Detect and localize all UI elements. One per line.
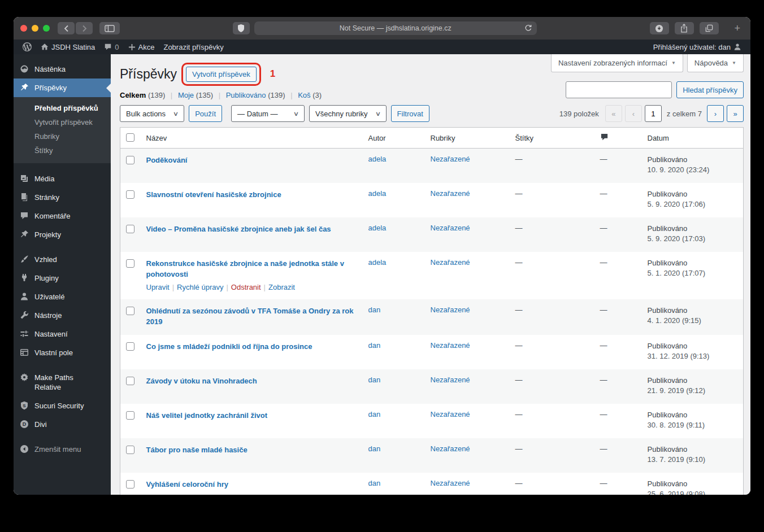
next-page-button[interactable]: › (707, 105, 724, 122)
category-link[interactable]: Nezařazené (431, 155, 470, 163)
row-checkbox[interactable] (126, 156, 134, 164)
row-checkbox[interactable] (126, 446, 134, 454)
help-tab[interactable]: Nápověda (687, 54, 744, 72)
sidebar-item-sucuri-security[interactable]: S Sucuri Security (14, 396, 111, 415)
sidebar-item-settings[interactable]: Nastavení (14, 325, 111, 343)
author-link[interactable]: dan (368, 376, 381, 384)
submenu-all-posts[interactable]: Přehled příspěvků (14, 101, 111, 115)
column-header-title[interactable]: Název (141, 128, 363, 149)
author-link[interactable]: adela (368, 189, 387, 198)
sidebar-item-divi[interactable]: D Divi (14, 415, 111, 434)
sidebar-item-dashboard[interactable]: Nástěnka (14, 60, 111, 79)
screen-options-tab[interactable]: Nastavení zobrazených informací (551, 54, 683, 72)
sidebar-toggle-button[interactable] (99, 22, 120, 34)
apply-button[interactable]: Použít (189, 105, 222, 122)
category-link[interactable]: Nezařazené (431, 341, 470, 350)
minimize-window-button[interactable] (32, 25, 38, 32)
select-all-checkbox[interactable] (126, 133, 134, 142)
submenu-categories[interactable]: Rubriky (14, 129, 111, 143)
sidebar-item-make-paths-relative[interactable]: Make Paths Relative (14, 368, 104, 396)
filter-all[interactable]: Celkem (120, 91, 146, 99)
share-button[interactable] (675, 22, 694, 34)
post-title-link[interactable]: Vyhlášení celoroční hry (146, 479, 228, 490)
action-trash[interactable]: Odstranit (231, 283, 261, 291)
author-link[interactable]: dan (368, 306, 381, 314)
sidebar-item-posts[interactable]: Příspěvky (14, 79, 111, 97)
prev-page-button[interactable]: ‹ (625, 105, 642, 122)
post-title-link[interactable]: Tábor pro naše mladé hasiče (146, 444, 248, 455)
filter-mine[interactable]: Moje (178, 91, 194, 99)
submenu-tags[interactable]: Štítky (14, 143, 111, 158)
my-account-menu[interactable]: Přihlášený uživatel: dan (649, 40, 746, 54)
filter-button[interactable]: Filtrovat (391, 105, 429, 122)
sidebar-item-media[interactable]: Média (14, 169, 111, 188)
sidebar-item-users[interactable]: Uživatelé (14, 287, 111, 306)
submenu-add-new[interactable]: Vytvořit příspěvek (14, 115, 111, 129)
row-checkbox[interactable] (126, 480, 134, 489)
row-checkbox[interactable] (126, 307, 134, 315)
author-link[interactable]: adela (368, 224, 387, 232)
downloads-button[interactable] (650, 22, 669, 34)
sidebar-item-custom-fields[interactable]: Vlastní pole (14, 343, 111, 362)
sidebar-item-comments[interactable]: Komentáře (14, 207, 111, 225)
sidebar-item-plugins[interactable]: Pluginy (14, 269, 111, 287)
first-page-button[interactable]: « (605, 105, 622, 122)
bulk-actions-select[interactable]: Bulk actions (120, 105, 184, 122)
row-checkbox[interactable] (126, 259, 134, 268)
new-content-menu[interactable]: Akce (124, 40, 159, 54)
post-title-link[interactable]: Náš velitel jednotky zachránil život (146, 410, 268, 421)
search-posts-button[interactable]: Hledat příspěvky (676, 81, 744, 98)
category-link[interactable]: Nezařazené (431, 189, 470, 198)
category-link[interactable]: Nezařazené (431, 444, 470, 453)
action-view[interactable]: Zobrazit (268, 283, 295, 291)
author-link[interactable]: dan (368, 479, 381, 487)
category-link[interactable]: Nezařazené (431, 376, 470, 384)
author-link[interactable]: adela (368, 155, 387, 163)
sidebar-item-tools[interactable]: Nástroje (14, 306, 111, 325)
author-link[interactable]: dan (368, 444, 381, 453)
category-link[interactable]: Nezařazené (431, 306, 470, 314)
category-link[interactable]: Nezařazené (431, 224, 470, 232)
comments-menu[interactable]: 0 (99, 40, 123, 54)
author-link[interactable]: adela (368, 258, 387, 267)
current-page-input[interactable] (645, 105, 662, 122)
row-checkbox[interactable] (126, 411, 134, 420)
new-tab-button[interactable]: + (731, 22, 744, 35)
tab-overview-button[interactable] (700, 22, 719, 34)
action-quick-edit[interactable]: Rychlé úpravy (177, 283, 223, 291)
post-title-link[interactable]: Video – Proměna hasičské zbrojnice aneb … (146, 224, 331, 234)
post-title-link[interactable]: Slavnostní otevření hasičské zbrojnice (146, 189, 281, 200)
category-link[interactable]: Nezařazené (431, 479, 470, 487)
row-checkbox[interactable] (126, 190, 134, 199)
forward-button[interactable] (76, 22, 93, 34)
back-button[interactable] (58, 22, 75, 34)
row-checkbox[interactable] (126, 225, 134, 233)
filter-published[interactable]: Publikováno (226, 91, 266, 99)
row-checkbox[interactable] (126, 377, 134, 385)
post-title-link[interactable]: Poděkování (146, 155, 188, 165)
category-filter-select[interactable]: Všechny rubriky (309, 105, 387, 122)
action-edit[interactable]: Upravit (146, 283, 170, 291)
category-link[interactable]: Nezařazené (431, 258, 470, 267)
post-title-link[interactable]: Rekonstrukce hasičské zbrojnice a naše j… (146, 258, 357, 280)
search-input[interactable] (566, 81, 672, 98)
sidebar-item-projects[interactable]: Projekty (14, 225, 111, 244)
zoom-window-button[interactable] (43, 25, 50, 32)
sidebar-item-appearance[interactable]: Vzhled (14, 250, 111, 269)
column-header-date[interactable]: Datum (642, 128, 744, 149)
address-bar[interactable]: Not Secure — jsdhslatina.origine.cz (254, 21, 537, 35)
sidebar-item-pages[interactable]: Stránky (14, 188, 111, 207)
view-posts-menu[interactable]: Zobrazit příspěvky (159, 40, 228, 54)
reload-icon[interactable] (524, 24, 532, 32)
category-link[interactable]: Nezařazené (431, 410, 470, 418)
post-title-link[interactable]: Co jsme s mládeží podnikli od října do p… (146, 341, 312, 352)
privacy-report-button[interactable] (233, 22, 250, 34)
filter-trash[interactable]: Koš (298, 91, 310, 99)
date-filter-select[interactable]: — Datum — (231, 105, 305, 122)
post-title-link[interactable]: Ohlédnutí za sezónou závodů v TFA Tomáše… (146, 306, 357, 327)
post-title-link[interactable]: Závody v útoku na Vinohradech (146, 376, 257, 386)
add-new-post-button[interactable]: Vytvořit příspěvek (186, 67, 257, 82)
author-link[interactable]: dan (368, 341, 381, 350)
site-name-menu[interactable]: JSDH Slatina (36, 40, 99, 54)
row-checkbox[interactable] (126, 342, 134, 351)
